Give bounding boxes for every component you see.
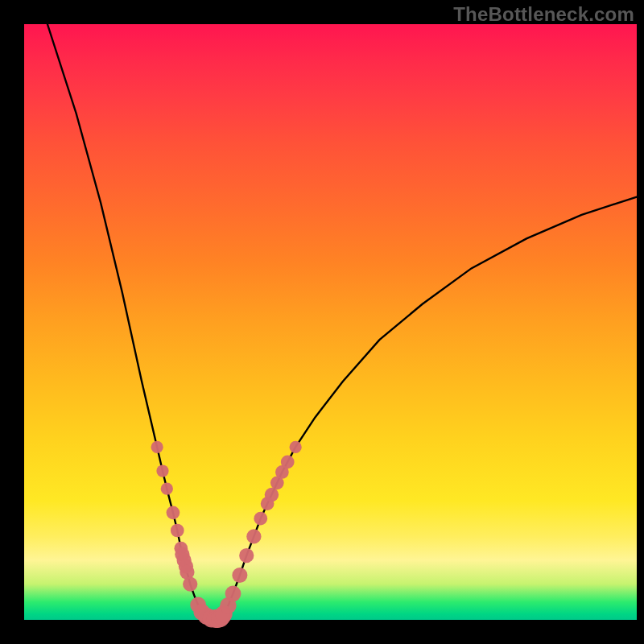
plot-area xyxy=(24,24,637,620)
chart-stage: TheBottleneck.com xyxy=(0,0,644,644)
watermark-text: TheBottleneck.com xyxy=(453,3,634,26)
